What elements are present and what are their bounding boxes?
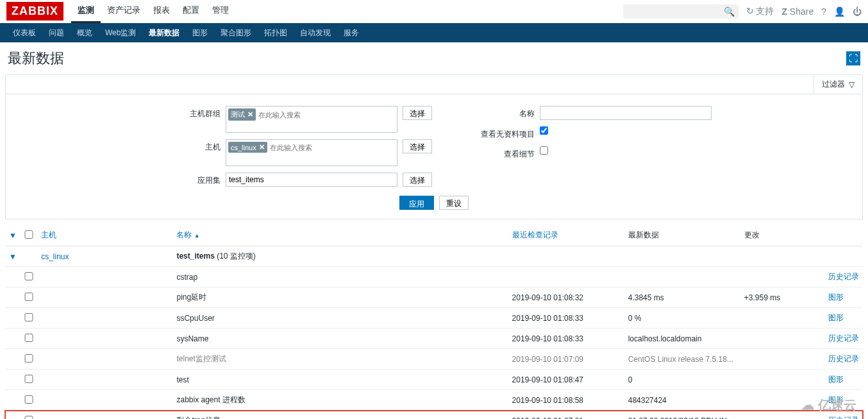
sub-menu-item[interactable]: 图形: [186, 24, 214, 42]
row-checkbox[interactable]: [24, 416, 33, 420]
host-select-button[interactable]: 选择: [403, 139, 432, 153]
main-menu-item[interactable]: 报表: [147, 0, 176, 23]
show-details-checkbox[interactable]: [540, 146, 548, 155]
sub-menu-item[interactable]: 概览: [71, 24, 99, 42]
show-empty-checkbox[interactable]: [540, 126, 548, 135]
power-icon[interactable]: ⏻: [853, 6, 862, 17]
sub-menu-item[interactable]: 拓扑图: [258, 24, 294, 42]
cell-latest: 0: [624, 370, 740, 390]
select-all-checkbox[interactable]: [24, 230, 33, 239]
filter-toggle[interactable]: 过滤器 ▽: [814, 75, 862, 94]
reset-button[interactable]: 重设: [439, 196, 469, 210]
row-action-link[interactable]: 图形: [828, 313, 844, 322]
table-row: cstrap历史记录: [5, 267, 863, 287]
page-header: 最新数据 ⛶: [0, 42, 868, 74]
cell-latest: localhost.localdomain: [624, 329, 740, 349]
sub-menu-item[interactable]: Web监测: [99, 24, 142, 42]
show-details-label: 查看细节: [471, 146, 535, 160]
cell-latest: CentOS Linux release 7.5.18...: [624, 349, 740, 370]
table-row: ssCpuUser2019-09-10 01:08:330 %图形: [5, 308, 863, 329]
cell-last-check: [508, 267, 624, 287]
sub-menu-item[interactable]: 自动发现: [294, 24, 337, 42]
cell-latest: 01:07:20 2019/09/10 PDU IN...: [624, 411, 740, 420]
apply-button[interactable]: 应用: [399, 196, 434, 210]
remove-tag-icon[interactable]: ✕: [247, 110, 253, 119]
sub-menu-item[interactable]: 最新数据: [142, 24, 186, 42]
row-checkbox[interactable]: [24, 293, 33, 301]
row-action-link[interactable]: 历史记录: [828, 334, 859, 343]
main-menu-item[interactable]: 资产记录: [101, 0, 147, 23]
support-link[interactable]: ↻ 支持: [746, 6, 774, 17]
application-input[interactable]: [226, 173, 397, 187]
row-checkbox[interactable]: [24, 313, 33, 321]
fullscreen-button[interactable]: ⛶: [846, 51, 860, 65]
cell-change: +3.959 ms: [740, 287, 824, 308]
application-select-button[interactable]: 选择: [403, 173, 432, 187]
share-link[interactable]: Z Share: [781, 6, 814, 17]
main-menu-item[interactable]: 监测: [71, 0, 101, 23]
row-action-link[interactable]: 历史记录: [828, 272, 859, 281]
cell-last-check: 2019-09-10 01:07:09: [508, 349, 624, 370]
row-checkbox[interactable]: [24, 272, 33, 280]
row-checkbox[interactable]: [24, 375, 33, 383]
cell-latest: 0 %: [624, 308, 740, 329]
hostgroup-text[interactable]: [257, 108, 395, 121]
sub-menu-item[interactable]: 聚合图形: [214, 24, 258, 42]
main-menu-item[interactable]: 管理: [206, 0, 235, 23]
host-text[interactable]: [269, 142, 395, 153]
cell-last-check: 2019-09-10 01:08:47: [508, 370, 624, 390]
sub-nav: 仪表板问题概览Web监测最新数据图形聚合图形拓扑图自动发现服务: [0, 23, 868, 42]
name-input[interactable]: [540, 106, 712, 120]
sub-menu-item[interactable]: 仪表板: [6, 24, 42, 42]
search-icon[interactable]: 🔍: [724, 6, 735, 17]
table-row: test2019-09-10 01:08:470图形: [5, 370, 863, 390]
cell-name: cstrap: [172, 267, 508, 287]
row-checkbox[interactable]: [24, 354, 33, 363]
sub-menu-item[interactable]: 服务: [337, 24, 365, 42]
collapse-icon[interactable]: ▼: [9, 252, 17, 261]
table-row: 剩余trap信息2019-09-10 01:07:2101:07:20 2019…: [5, 411, 863, 420]
cell-change: [740, 308, 824, 329]
group-host-link[interactable]: cs_linux: [41, 252, 69, 261]
col-last-check[interactable]: 最近检查记录: [512, 230, 558, 239]
cell-last-check: 2019-09-10 01:08:58: [508, 390, 624, 411]
col-change: 更改: [744, 230, 760, 239]
row-action-link[interactable]: 历史记录: [828, 354, 859, 363]
row-action-link[interactable]: 图形: [828, 293, 844, 302]
row-checkbox[interactable]: [24, 395, 33, 404]
logo: ZABBIX: [6, 2, 63, 21]
cell-name: ping延时: [172, 287, 508, 308]
search-input[interactable]: [627, 7, 724, 16]
tag-hostgroup: 测试✕: [228, 108, 256, 121]
top-toolbar: 🔍 ↻ 支持 Z Share ? 👤 ⏻: [623, 4, 862, 19]
page-title: 最新数据: [8, 49, 64, 68]
table-row: telnet监控测试2019-09-10 01:07:09CentOS Linu…: [5, 349, 863, 370]
cell-name: test: [172, 370, 508, 390]
row-checkbox[interactable]: [24, 334, 33, 342]
latest-data-table: ▼ 主机 名称 ▲ 最近检查记录 最新数据 更改 ▼ cs_linux test…: [5, 225, 863, 419]
cell-change: [740, 370, 824, 390]
help-icon[interactable]: ?: [821, 6, 826, 17]
expand-all-icon[interactable]: ▼: [9, 231, 17, 240]
cell-last-check: 2019-09-10 01:08:33: [508, 329, 624, 349]
row-action-link[interactable]: 图形: [828, 375, 844, 384]
hostgroup-select-button[interactable]: 选择: [403, 106, 432, 120]
table-group-row: ▼ cs_linux test_items (10 监控项): [5, 246, 863, 267]
col-host[interactable]: 主机: [41, 230, 56, 239]
sub-menu-item[interactable]: 问题: [42, 24, 71, 42]
cell-latest: 4.3845 ms: [624, 287, 740, 308]
cell-name: 剩余trap信息: [172, 411, 508, 420]
hostgroup-input[interactable]: 测试✕: [226, 106, 397, 133]
host-input[interactable]: cs_linux✕: [226, 139, 397, 166]
global-search[interactable]: 🔍: [623, 4, 739, 19]
cell-change: [740, 267, 824, 287]
remove-tag-icon[interactable]: ✕: [259, 143, 265, 151]
row-action-link[interactable]: 历史记录: [828, 416, 859, 419]
main-menu-item[interactable]: 配置: [176, 0, 206, 23]
cell-latest: 484327424: [624, 390, 740, 411]
user-icon[interactable]: 👤: [834, 6, 845, 17]
cell-change: [740, 349, 824, 370]
col-name[interactable]: 名称 ▲: [176, 230, 199, 239]
top-nav: ZABBIX 监测资产记录报表配置管理 🔍 ↻ 支持 Z Share ? 👤 ⏻: [0, 0, 868, 23]
cell-latest: [624, 267, 740, 287]
